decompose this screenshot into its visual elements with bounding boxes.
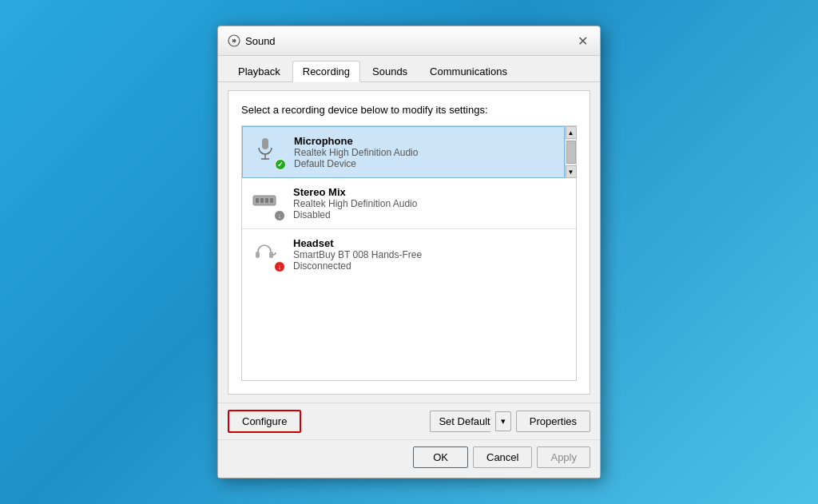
device-item-stereo-mix[interactable]: ↓ Stereo Mix Realtek High Definition Aud… bbox=[242, 178, 576, 229]
dialog-title: Sound bbox=[245, 35, 276, 47]
headset-status-badge: ↓ bbox=[274, 261, 285, 272]
stereo-mix-name: Stereo Mix bbox=[293, 186, 566, 198]
stereo-mix-status-badge: ↓ bbox=[274, 210, 285, 221]
device-item-microphone[interactable]: ✓ Microphone Realtek High Definition Aud… bbox=[242, 126, 565, 178]
microphone-info: Microphone Realtek High Definition Audio… bbox=[294, 135, 554, 169]
tab-playback[interactable]: Playback bbox=[228, 61, 291, 81]
stereo-mix-driver: Realtek High Definition Audio bbox=[293, 198, 566, 209]
sound-title-icon bbox=[228, 34, 240, 47]
headset-device-icon bbox=[252, 239, 277, 264]
tabs-bar: Playback Recording Sounds Communications bbox=[218, 56, 600, 82]
svg-rect-9 bbox=[270, 198, 273, 203]
headset-driver: SmartBuy BT 008 Hands-Free bbox=[293, 249, 566, 260]
tab-communications[interactable]: Communications bbox=[419, 61, 518, 81]
headset-status: Disconnected bbox=[293, 260, 566, 272]
stereo-mix-status: Disabled bbox=[293, 209, 566, 220]
title-bar-left: Sound bbox=[228, 34, 276, 47]
scroll-up-button[interactable]: ▲ bbox=[566, 126, 577, 139]
microphone-device-icon bbox=[252, 137, 278, 162]
svg-rect-7 bbox=[260, 198, 264, 203]
microphone-name: Microphone bbox=[294, 135, 554, 147]
ok-button[interactable]: OK bbox=[413, 446, 468, 468]
scroll-down-button[interactable]: ▼ bbox=[566, 165, 577, 178]
sound-dialog: Sound ✕ Playback Recording Sounds Commun… bbox=[217, 26, 601, 478]
action-bar: OK Cancel Apply bbox=[218, 439, 600, 478]
headset-info: Headset SmartBuy BT 008 Hands-Free Disco… bbox=[293, 237, 566, 272]
title-bar: Sound ✕ bbox=[218, 26, 600, 56]
svg-rect-6 bbox=[256, 198, 259, 203]
svg-rect-11 bbox=[269, 252, 273, 258]
tab-recording[interactable]: Recording bbox=[292, 61, 360, 82]
stereo-mix-icon-wrapper: ↓ bbox=[252, 188, 284, 220]
close-button[interactable]: ✕ bbox=[574, 33, 590, 49]
stereo-mix-info: Stereo Mix Realtek High Definition Audio… bbox=[293, 186, 566, 220]
svg-rect-8 bbox=[265, 198, 268, 203]
device-list: ✓ Microphone Realtek High Definition Aud… bbox=[241, 125, 577, 381]
set-default-button[interactable]: Set Default bbox=[430, 411, 490, 432]
microphone-status-badge: ✓ bbox=[275, 159, 286, 170]
content-description: Select a recording device below to modif… bbox=[241, 104, 577, 116]
microphone-driver: Realtek High Definition Audio bbox=[294, 147, 554, 158]
svg-rect-10 bbox=[256, 252, 260, 258]
scroll-track: ▲ ▼ bbox=[565, 126, 576, 178]
microphone-status: Default Device bbox=[294, 158, 554, 169]
headset-icon-wrapper: ↓ bbox=[252, 239, 284, 271]
microphone-row-wrapper: ✓ Microphone Realtek High Definition Aud… bbox=[242, 126, 576, 178]
cancel-button[interactable]: Cancel bbox=[473, 446, 532, 468]
set-default-arrow-button[interactable]: ▾ bbox=[495, 411, 511, 431]
svg-rect-2 bbox=[262, 138, 268, 149]
content-area: Select a recording device below to modif… bbox=[228, 90, 590, 395]
configure-button[interactable]: Configure bbox=[228, 410, 301, 433]
tab-sounds[interactable]: Sounds bbox=[362, 61, 418, 81]
scroll-thumb[interactable] bbox=[566, 141, 576, 164]
microphone-icon-wrapper: ✓ bbox=[252, 137, 284, 169]
device-item-headset[interactable]: ↓ Headset SmartBuy BT 008 Hands-Free Dis… bbox=[242, 229, 576, 280]
properties-button[interactable]: Properties bbox=[516, 411, 590, 432]
svg-point-1 bbox=[233, 40, 236, 42]
apply-button[interactable]: Apply bbox=[537, 446, 590, 468]
headset-name: Headset bbox=[293, 237, 566, 249]
bottom-bar: Configure Set Default ▾ Properties bbox=[218, 403, 600, 439]
stereo-mix-device-icon bbox=[252, 188, 277, 213]
